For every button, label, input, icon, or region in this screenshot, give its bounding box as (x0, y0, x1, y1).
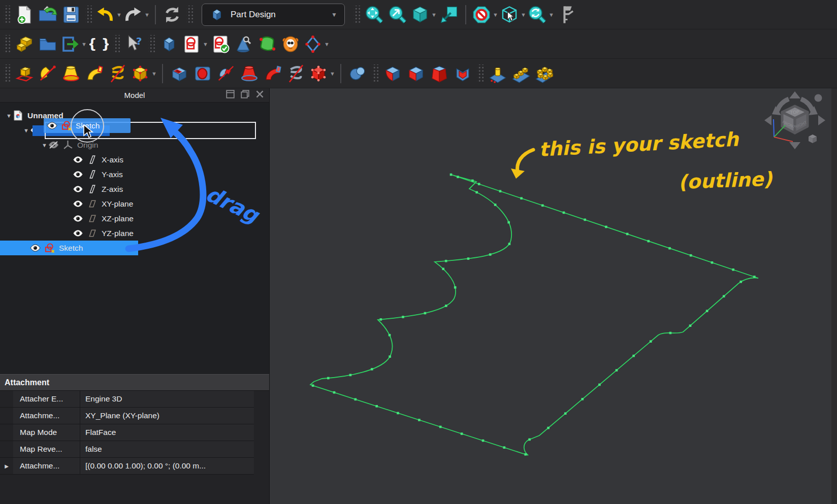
whats-this-button[interactable] (122, 32, 146, 56)
shape-binder-button[interactable] (255, 32, 279, 56)
mirrored-button[interactable] (486, 61, 509, 86)
groove-button[interactable] (214, 61, 238, 86)
create-datum-button[interactable]: ▼ (302, 32, 330, 56)
hole-button[interactable] (191, 61, 214, 86)
cube-select-view-button[interactable]: ▼ (499, 3, 527, 27)
toolbar-drag-handle[interactable] (113, 35, 120, 53)
revolution-button[interactable] (36, 61, 59, 86)
create-sketch-button[interactable]: ▼ (181, 32, 209, 56)
draft-button[interactable] (428, 61, 451, 86)
eye-visible-icon[interactable] (73, 185, 83, 193)
sync-view-button[interactable]: ▼ (527, 3, 555, 27)
close-panel-icon[interactable] (255, 90, 264, 98)
dropdown-caret-icon[interactable]: ▼ (549, 12, 554, 18)
toolbar-drag-handle[interactable] (372, 64, 378, 83)
navigation-cube[interactable]: TOP FRONT RIGHT (764, 91, 825, 149)
expand-arrow-icon[interactable]: ▶ (0, 458, 13, 474)
subtractive-helix-button[interactable] (284, 61, 308, 86)
save-document-button[interactable] (59, 3, 83, 27)
dropdown-caret-icon[interactable]: ▼ (493, 12, 498, 18)
polar-pattern-button[interactable] (533, 61, 556, 86)
attachment-row[interactable]: Map Reve...false (0, 441, 254, 458)
attachment-row[interactable]: ▶Attachme...[(0.00 0.00 1.00); 0.00 °; (… (0, 458, 254, 475)
fillet-button[interactable] (381, 61, 404, 86)
property-value[interactable]: false (80, 441, 254, 457)
eye-visible-icon[interactable] (73, 200, 83, 208)
clone-button[interactable] (279, 32, 302, 56)
additive-pipe-button[interactable] (83, 61, 106, 86)
toolbar-drag-handle[interactable] (477, 64, 484, 83)
subtractive-loft-button[interactable] (238, 61, 261, 86)
eye-visible-icon[interactable] (73, 156, 83, 163)
property-value[interactable]: FlatFace (80, 424, 254, 441)
property-value[interactable]: [(0.00 0.00 1.00); 0.00 °; (0.00 m... (80, 458, 254, 474)
expander-icon[interactable]: ▼ (22, 127, 30, 133)
expander-icon[interactable]: ▼ (41, 142, 48, 148)
tree-item-sketch[interactable]: Sketch (0, 241, 138, 255)
additive-primitive-button[interactable]: ▼ (130, 61, 157, 86)
float-panel-icon[interactable] (241, 90, 249, 98)
dropdown-caret-icon[interactable]: ▼ (116, 12, 121, 18)
eye-visible-icon[interactable] (73, 171, 83, 178)
group-folder-button[interactable] (36, 32, 59, 56)
attachment-row[interactable]: Map ModeFlatFace (0, 424, 254, 441)
dropdown-caret-icon[interactable]: ▼ (203, 41, 208, 47)
attachment-row[interactable]: Attachme...XY_Plane (XY-plane) (0, 408, 254, 424)
validate-sketch-button[interactable] (209, 32, 232, 56)
create-body-button[interactable] (157, 32, 181, 56)
part-workbench-button[interactable] (13, 32, 36, 56)
tree-item-y-axis[interactable]: Y-axis (0, 167, 269, 182)
dropdown-caret-icon[interactable]: ▼ (324, 41, 329, 47)
undo-button[interactable]: ▼ (94, 3, 122, 27)
pocket-button[interactable] (168, 61, 191, 86)
additive-loft-button[interactable] (59, 61, 83, 86)
tree-item-xy-plane[interactable]: XY-plane (0, 196, 269, 211)
dropdown-caret-icon[interactable]: ▼ (330, 71, 335, 77)
boolean-operation-button[interactable] (346, 61, 369, 86)
zoom-selection-button[interactable] (386, 3, 409, 27)
subtractive-primitive-button[interactable]: ▼ (308, 61, 336, 86)
toolbar-drag-handle[interactable] (4, 64, 10, 83)
tree-item-x-axis[interactable]: X-axis (0, 152, 269, 167)
stop-sign-button[interactable]: ▼ (471, 3, 499, 27)
new-document-button[interactable] (13, 3, 36, 27)
subtractive-pipe-button[interactable] (261, 61, 284, 86)
refresh-button[interactable] (160, 3, 184, 27)
workbench-selector[interactable]: Part Design▼ (202, 4, 345, 26)
property-value[interactable]: Engine 3D (80, 391, 254, 407)
redo-button[interactable]: ▼ (122, 3, 150, 27)
eye-visible-icon[interactable] (73, 229, 83, 237)
isometric-view-button[interactable]: ▼ (409, 3, 437, 27)
toolbar-drag-handle[interactable] (4, 35, 10, 53)
dropdown-caret-icon[interactable]: ▼ (521, 12, 526, 18)
dropdown-caret-icon[interactable]: ▼ (81, 41, 86, 47)
dropdown-caret-icon[interactable]: ▼ (431, 12, 436, 18)
check-geometry-button[interactable] (232, 32, 255, 56)
eye-visible-icon[interactable] (30, 244, 41, 252)
eye-visible-icon[interactable] (73, 215, 83, 222)
sketch-outline[interactable] (310, 175, 758, 455)
dock-panel-icon[interactable] (226, 90, 235, 98)
dropdown-caret-icon[interactable]: ▼ (144, 12, 149, 18)
expression-braces-button[interactable] (87, 32, 111, 56)
open-document-button[interactable] (36, 3, 59, 27)
eye-hidden-icon[interactable] (48, 141, 59, 149)
tree-item-unnamed[interactable]: ▼Unnamed (0, 108, 269, 123)
attachment-row[interactable]: Attacher E...Engine 3D (0, 391, 254, 408)
align-view-to-plane-button[interactable] (437, 3, 461, 27)
thickness-button[interactable] (451, 61, 474, 86)
toolbar-drag-handle[interactable] (186, 6, 193, 24)
linear-pattern-button[interactable] (509, 61, 533, 86)
viewport-3d[interactable]: TOP FRONT RIGHT (269, 88, 837, 504)
additive-helix-button[interactable] (106, 61, 130, 86)
tree-item-origin[interactable]: ▼Origin (0, 138, 269, 152)
model-tree[interactable]: ▼Unnamed▼▼OriginX-axisY-axisZ-axisXY-pla… (0, 102, 269, 380)
export-button[interactable]: ▼ (59, 32, 87, 56)
property-value[interactable]: XY_Plane (XY-plane) (80, 408, 254, 424)
tree-item-yz-plane[interactable]: YZ-plane (0, 226, 269, 241)
toolbar-drag-handle[interactable] (4, 6, 10, 24)
measure-button[interactable] (555, 3, 578, 27)
expander-icon[interactable]: ▼ (5, 113, 13, 119)
fit-all-button[interactable] (363, 3, 386, 27)
model-panel-titlebar[interactable]: Model (0, 88, 269, 103)
